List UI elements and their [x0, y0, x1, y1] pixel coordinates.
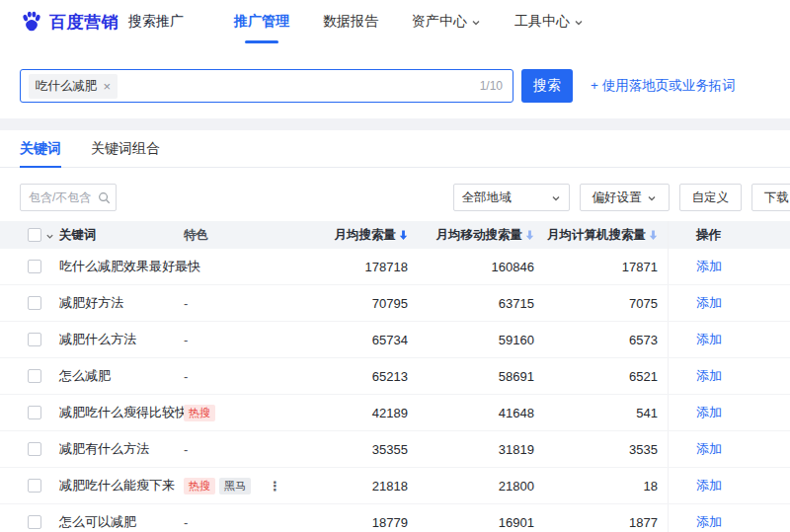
- include-filter-input[interactable]: [29, 190, 96, 204]
- keyword-table: 关键词 特色 月均搜索量 月均移动搜索量 月均计算机搜索量 操作: [0, 221, 790, 532]
- monthly-volume-cell: 70795: [312, 296, 418, 311]
- keyword-cell: 减肥什么方法: [59, 331, 184, 348]
- nav-item-data-report[interactable]: 数据报告: [306, 0, 395, 43]
- header-monthly-volume[interactable]: 月均搜索量: [312, 227, 418, 244]
- row-select-cell: [0, 260, 59, 273]
- pc-volume-cell: 3535: [544, 442, 668, 457]
- keyword-chip: 吃什么减肥 ×: [29, 74, 118, 99]
- feature-dash: -: [184, 333, 188, 347]
- more-features-icon[interactable]: ⋮: [269, 479, 281, 494]
- mobile-volume-cell: 160846: [418, 260, 544, 274]
- add-keyword-link[interactable]: 添加: [696, 477, 722, 494]
- row-checkbox[interactable]: [28, 406, 41, 419]
- mobile-volume-cell: 41648: [418, 406, 544, 420]
- keyword-cell: 减肥吃什么能瘦下来: [59, 477, 184, 494]
- row-select-cell: [0, 479, 59, 493]
- row-checkbox[interactable]: [28, 442, 41, 456]
- tab-keywords[interactable]: 关键词: [20, 130, 61, 167]
- mobile-volume-cell: 63715: [418, 296, 544, 311]
- row-checkbox[interactable]: [28, 260, 41, 273]
- table-row: 怎么可以减肥 - 18779 16901 1877 添加: [0, 504, 790, 532]
- add-keyword-link[interactable]: 添加: [696, 367, 722, 385]
- feature-cell: -: [184, 333, 312, 347]
- nav-label: 数据报告: [323, 13, 378, 31]
- preference-settings-button[interactable]: 偏好设置: [580, 184, 670, 211]
- sort-desc-icon[interactable]: [399, 230, 408, 240]
- expand-words-link[interactable]: + 使用落地页或业务拓词: [591, 77, 736, 95]
- row-checkbox[interactable]: [28, 296, 41, 310]
- feature-cell: -: [184, 296, 312, 311]
- brand-name: 百度营销: [49, 11, 118, 34]
- pc-volume-cell: 7075: [544, 296, 668, 311]
- customize-button[interactable]: 自定义: [679, 184, 743, 211]
- tab-label: 关键词: [20, 140, 61, 158]
- keyword-cell: 减肥好方法: [59, 294, 184, 312]
- add-keyword-link[interactable]: 添加: [696, 294, 722, 312]
- add-keyword-link[interactable]: 添加: [696, 513, 722, 531]
- keyword-counter: 1/10: [480, 79, 503, 93]
- keyword-cell: 减肥吃什么瘦得比较快: [59, 404, 184, 421]
- action-cell: 添加: [668, 322, 790, 357]
- header-mobile-label: 月均移动搜索量: [436, 227, 523, 244]
- search-box[interactable]: 吃什么减肥 × 1/10: [20, 69, 514, 103]
- mobile-volume-cell: 59160: [418, 333, 544, 347]
- feature-badge: 热搜: [184, 405, 215, 421]
- header-pc-volume[interactable]: 月均计算机搜索量: [544, 227, 668, 244]
- add-keyword-link[interactable]: 添加: [696, 258, 722, 275]
- baidu-logo[interactable]: 百度营销 搜索推广: [20, 10, 184, 34]
- header-monthly-label: 月均搜索量: [335, 227, 397, 244]
- select-all-checkbox[interactable]: [28, 228, 41, 242]
- region-select[interactable]: 全部地域: [453, 184, 570, 211]
- header-select-cell: [0, 228, 59, 242]
- action-cell: 添加: [668, 249, 790, 284]
- header-pc-label: 月均计算机搜索量: [547, 227, 646, 244]
- table-row: 减肥好方法 - 70795 63715 7075 添加: [0, 285, 790, 322]
- pc-volume-cell: 6573: [544, 333, 668, 347]
- feature-dash: -: [184, 515, 188, 530]
- filter-toolbar: 全部地域 偏好设置 自定义 下载: [0, 168, 790, 221]
- row-select-cell: [0, 515, 59, 529]
- header-mobile-volume[interactable]: 月均移动搜索量: [418, 227, 544, 244]
- nav-item-promotion-management[interactable]: 推广管理: [217, 0, 306, 43]
- chevron-down-icon[interactable]: [45, 232, 54, 241]
- table-row: 吃什么减肥效果最好最快 - 178718 160846 17871 添加: [0, 249, 790, 285]
- download-button[interactable]: 下载: [751, 184, 790, 211]
- nav-item-asset-center[interactable]: 资产中心: [395, 0, 498, 43]
- row-checkbox[interactable]: [28, 479, 41, 493]
- mobile-volume-cell: 31819: [418, 442, 544, 457]
- monthly-volume-cell: 65213: [312, 369, 418, 384]
- mobile-volume-cell: 58691: [418, 369, 544, 384]
- tab-keyword-combinations[interactable]: 关键词组合: [91, 130, 160, 167]
- search-button[interactable]: 搜索: [521, 69, 573, 103]
- table-row: 减肥什么方法 - 65734 59160 6573 添加: [0, 322, 790, 358]
- table-row: 减肥有什么方法 - 35355 31819 3535 添加: [0, 431, 790, 468]
- add-keyword-link[interactable]: 添加: [696, 331, 722, 348]
- search-input[interactable]: [125, 79, 472, 94]
- main-nav: 推广管理 数据报告 资产中心 工具中心: [217, 0, 600, 43]
- row-checkbox[interactable]: [28, 369, 41, 383]
- row-checkbox[interactable]: [28, 515, 41, 529]
- chip-close-icon[interactable]: ×: [104, 80, 112, 93]
- action-cell: 添加: [668, 504, 790, 532]
- monthly-volume-cell: 65734: [312, 333, 418, 347]
- feature-dash: -: [184, 296, 188, 311]
- include-filter-box[interactable]: [20, 184, 117, 211]
- add-keyword-link[interactable]: 添加: [696, 440, 722, 458]
- keyword-search-section: 吃什么减肥 × 1/10 搜索 + 使用落地页或业务拓词: [0, 43, 790, 118]
- sort-icon[interactable]: [525, 230, 534, 240]
- monthly-volume-cell: 178718: [312, 260, 418, 274]
- sort-icon[interactable]: [649, 230, 658, 240]
- feature-cell: -: [184, 260, 312, 274]
- header-feature: 特色: [184, 227, 312, 244]
- mobile-volume-cell: 16901: [418, 515, 544, 530]
- nav-item-tool-center[interactable]: 工具中心: [498, 0, 600, 43]
- row-checkbox[interactable]: [28, 333, 41, 346]
- feature-dash: -: [184, 369, 188, 384]
- search-icon[interactable]: [98, 191, 111, 204]
- keyword-cell: 怎么可以减肥: [59, 513, 184, 531]
- add-keyword-link[interactable]: 添加: [696, 404, 722, 421]
- nav-label: 工具中心: [514, 13, 570, 31]
- action-cell: 添加: [668, 395, 790, 430]
- monthly-volume-cell: 42189: [312, 406, 418, 420]
- result-tabs: 关键词 关键词组合: [0, 130, 790, 168]
